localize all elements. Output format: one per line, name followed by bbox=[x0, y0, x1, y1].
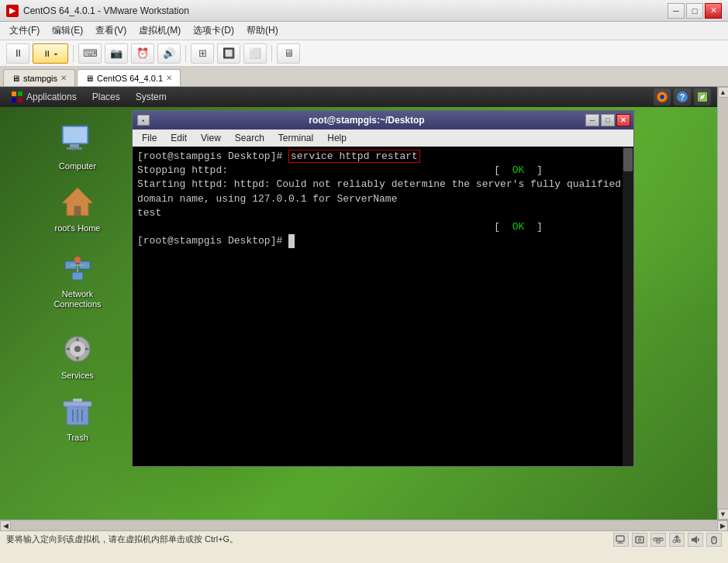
computer-icon-label: Computer bbox=[59, 161, 96, 171]
terminal-menu-file[interactable]: File bbox=[136, 131, 163, 145]
terminal-menu-edit[interactable]: Edit bbox=[164, 131, 193, 145]
terminal-scrollbar[interactable] bbox=[623, 147, 633, 466]
command-highlight: service httpd restart bbox=[288, 150, 420, 163]
power-dropdown[interactable]: ⏸ ▾ bbox=[33, 43, 68, 64]
menu-view[interactable]: 查看(V) bbox=[89, 22, 133, 39]
svg-rect-2 bbox=[12, 98, 16, 102]
vmware-titlebar: ▶ CentOS 64_4.0.1 - VMware Workstation ─… bbox=[0, 0, 728, 22]
scroll-track[interactable] bbox=[718, 98, 728, 509]
svg-point-6 bbox=[660, 95, 664, 99]
terminal-close-btn[interactable]: ✕ bbox=[616, 114, 630, 126]
status-icon-audio[interactable] bbox=[688, 533, 703, 547]
terminal-content[interactable]: [root@stampgis Desktop]# service httpd r… bbox=[133, 147, 633, 466]
audio-button[interactable]: 🔊 bbox=[157, 43, 181, 64]
minimize-button[interactable]: ─ bbox=[668, 3, 685, 19]
svg-rect-40 bbox=[657, 541, 660, 543]
home-icon bbox=[59, 183, 96, 220]
vm-viewport[interactable]: Applications Places System bbox=[0, 87, 717, 520]
tab-stampgis-icon: 🖥 bbox=[12, 74, 20, 83]
menu-help[interactable]: 帮助(H) bbox=[240, 22, 285, 39]
scroll-down-arrow[interactable]: ▼ bbox=[718, 509, 729, 520]
tab-stampgis[interactable]: 🖥 stampgis ✕ bbox=[3, 69, 75, 86]
services-icon bbox=[59, 330, 96, 368]
status-icons bbox=[613, 533, 722, 547]
terminal-window[interactable]: ▪ root@stampgis:~/Desktop ─ □ ✕ File Edi… bbox=[132, 110, 634, 467]
svg-rect-33 bbox=[619, 541, 622, 543]
menu-tabs[interactable]: 选项卡(D) bbox=[187, 22, 240, 39]
svg-rect-32 bbox=[616, 536, 624, 541]
menu-edit[interactable]: 编辑(E) bbox=[46, 22, 89, 39]
centos-menu-places[interactable]: Places bbox=[88, 90, 125, 104]
pause-button[interactable]: ⏸ bbox=[6, 43, 29, 64]
vmware-menubar: 文件(F) 编辑(E) 查看(V) 虚拟机(M) 选项卡(D) 帮助(H) bbox=[0, 22, 728, 40]
firefox-icon[interactable] bbox=[654, 88, 671, 105]
toolbar-separator-1 bbox=[73, 45, 74, 62]
trash-icon-label: Trash bbox=[67, 433, 88, 443]
status-icon-network[interactable] bbox=[650, 533, 666, 547]
maximize-button[interactable]: □ bbox=[686, 3, 703, 19]
h-scrollbar[interactable]: ◀ ▶ bbox=[0, 520, 728, 530]
terminal-scrollbar-thumb[interactable] bbox=[623, 148, 633, 171]
terminal-line-2: Stopping httpd: [ OK ] bbox=[137, 164, 629, 178]
desktop-icon-services[interactable]: Services bbox=[47, 327, 109, 384]
svg-marker-47 bbox=[694, 536, 697, 544]
terminal-line-5: test bbox=[137, 206, 629, 220]
svg-text:?: ? bbox=[680, 93, 685, 102]
svg-point-37 bbox=[639, 539, 640, 541]
desktop-icon-trash[interactable]: Trash bbox=[47, 389, 109, 446]
tab-stampgis-label: stampgis bbox=[23, 74, 57, 83]
centos-menu-applications[interactable]: Applications bbox=[6, 89, 81, 105]
vm-desktop: Applications Places System bbox=[0, 87, 717, 520]
status-icon-mouse[interactable] bbox=[706, 533, 722, 547]
h-scroll-track[interactable] bbox=[11, 520, 717, 530]
svg-point-44 bbox=[673, 540, 676, 543]
centos-menu-system[interactable]: System bbox=[131, 90, 171, 104]
services-icon-label: Services bbox=[61, 371, 94, 381]
tab-centos-label: CentOS 64_4.0.1 bbox=[97, 74, 163, 83]
terminal-icon-btn[interactable]: ▪ bbox=[137, 115, 150, 126]
help-icon-topbar[interactable]: ? bbox=[674, 88, 691, 105]
computer-icon bbox=[59, 121, 96, 158]
tab-centos[interactable]: 🖥 CentOS 64_4.0.1 ✕ bbox=[77, 69, 181, 86]
menu-file[interactable]: 文件(F) bbox=[3, 22, 46, 39]
tab-stampgis-close[interactable]: ✕ bbox=[60, 74, 67, 82]
scroll-up-arrow[interactable]: ▲ bbox=[718, 87, 729, 98]
terminal-menu-view[interactable]: View bbox=[195, 131, 227, 145]
svg-rect-34 bbox=[617, 543, 623, 544]
tab-centos-close[interactable]: ✕ bbox=[166, 74, 172, 82]
menu-vm[interactable]: 虚拟机(M) bbox=[133, 22, 187, 39]
status-icon-disk[interactable] bbox=[632, 533, 647, 547]
desktop-icon-network[interactable]: Network Connections bbox=[47, 246, 109, 313]
scroll-right-arrow[interactable]: ▶ bbox=[717, 520, 728, 531]
display-button[interactable]: 🖥 bbox=[277, 43, 300, 64]
status-icon-usb[interactable] bbox=[669, 533, 685, 547]
tab-centos-icon: 🖥 bbox=[85, 74, 94, 83]
scroll-left-arrow[interactable]: ◀ bbox=[0, 520, 11, 531]
network-icon bbox=[59, 249, 96, 286]
vmware-statusbar: 要将输入定向到该虚拟机，请在虚拟机内部单击或按 Ctrl+G。 bbox=[0, 530, 728, 547]
toolbar-separator-3 bbox=[271, 45, 272, 62]
unity-button[interactable]: 🔲 bbox=[217, 43, 240, 64]
send-key-button[interactable]: ⌨ bbox=[78, 43, 102, 64]
window-controls: ─ □ ✕ bbox=[668, 3, 722, 19]
terminal-maximize-btn[interactable]: □ bbox=[601, 114, 615, 126]
vm-scrollbar[interactable]: ▲ ▼ bbox=[717, 87, 728, 520]
snapshot-button[interactable]: 📷 bbox=[105, 43, 128, 64]
status-icon-display[interactable] bbox=[613, 533, 629, 547]
close-button[interactable]: ✕ bbox=[705, 3, 722, 19]
edit-icon-topbar[interactable] bbox=[694, 88, 711, 105]
record-button[interactable]: ⏰ bbox=[131, 43, 154, 64]
terminal-menu-terminal[interactable]: Terminal bbox=[272, 131, 319, 145]
main-area: Applications Places System bbox=[0, 87, 728, 520]
terminal-menu-search[interactable]: Search bbox=[229, 131, 271, 145]
terminal-menu-help[interactable]: Help bbox=[321, 131, 353, 145]
vmware-toolbar: ⏸ ⏸ ▾ ⌨ 📷 ⏰ 🔊 ⊞ 🔲 ⬜ 🖥 bbox=[0, 40, 728, 67]
desktop-icon-computer[interactable]: Computer bbox=[47, 118, 109, 174]
vmware-icon: ▶ bbox=[6, 5, 19, 17]
terminal-minimize-btn[interactable]: ─ bbox=[585, 114, 599, 126]
view-button[interactable]: ⬜ bbox=[243, 43, 267, 64]
fullscreen-button[interactable]: ⊞ bbox=[191, 43, 214, 64]
toolbar-separator-2 bbox=[185, 45, 186, 62]
ok-status-1: OK bbox=[512, 164, 525, 176]
desktop-icon-home[interactable]: root's Home bbox=[47, 180, 109, 237]
